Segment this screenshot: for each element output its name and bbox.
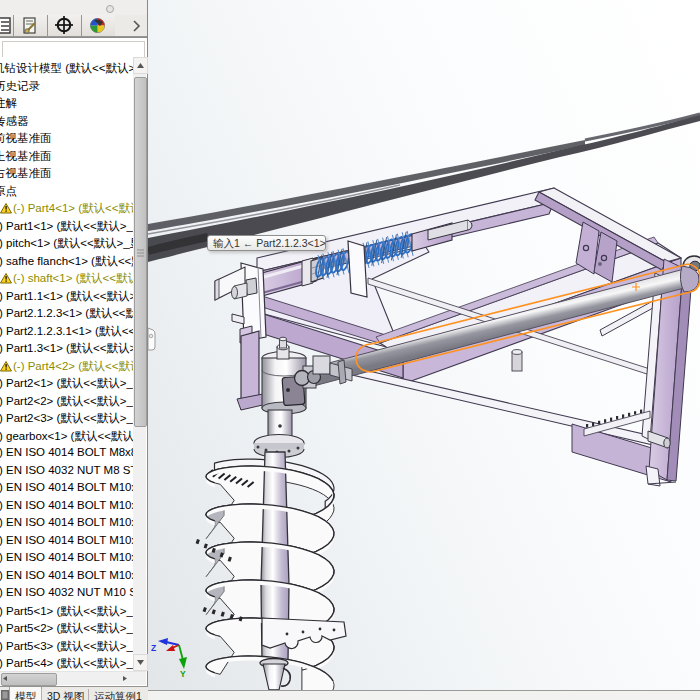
svg-text:Z: Z — [151, 643, 156, 653]
svg-text:Y: Y — [180, 669, 186, 679]
